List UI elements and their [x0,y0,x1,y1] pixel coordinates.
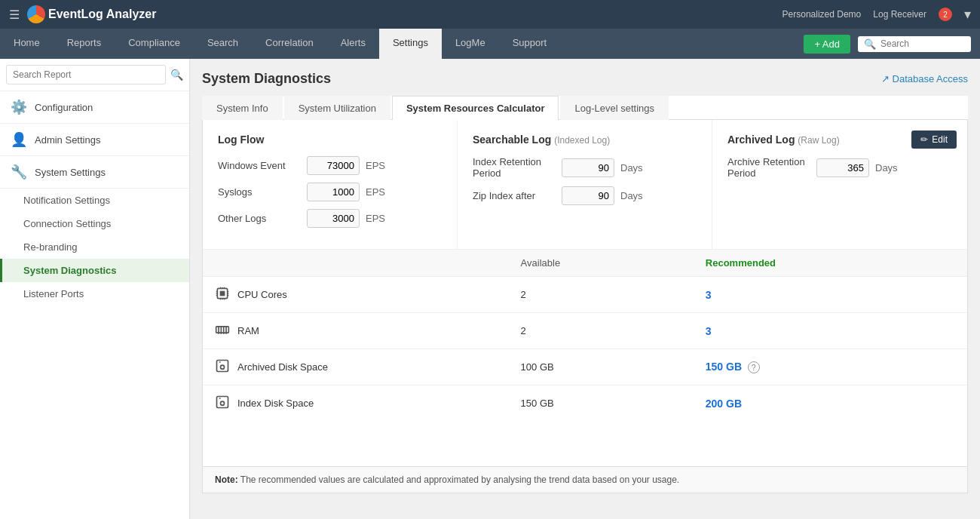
top-header: ☰ EventLog Analyzer Personalized Demo Lo… [0,0,980,29]
zip-index-row: Zip Index after Days [473,186,697,205]
sidebar-section-configuration-label: Configuration [35,102,93,113]
configuration-icon: ⚙️ [11,99,27,115]
resources-table: Available Recommended CPU Cores [203,250,967,421]
nav-tab-settings[interactable]: Settings [379,29,442,59]
archive-retention-input[interactable] [816,158,869,177]
searchable-log-title: Searchable Log (Indexed Log) [473,134,697,146]
sidebar-section-admin-settings[interactable]: 👤 Admin Settings [0,124,189,156]
personalized-demo-link[interactable]: Personalized Demo [782,9,862,20]
col-resource [203,250,509,277]
tab-system-resources-calculator[interactable]: System Resources Calculator [392,96,559,120]
archive-retention-unit: Days [875,162,898,174]
user-avatar[interactable]: ▾ [964,6,971,23]
table-row: Archived Disk Space 100 GB 150 GB ? [203,349,967,385]
table-row: Index Disk Space 150 GB 200 GB [203,385,967,422]
sidebar-item-system-diagnostics[interactable]: System Diagnostics [0,259,189,282]
nav-tab-search[interactable]: Search [194,29,252,59]
index-disk-available: 150 GB [509,385,694,422]
notification-badge[interactable]: 2 [939,8,952,21]
log-flow-section: Log Flow Windows Event EPS Syslogs EPS O… [203,120,458,249]
windows-event-unit: EPS [366,160,385,171]
svg-point-27 [221,401,225,405]
other-logs-unit: EPS [366,213,385,224]
archived-disk-cell: Archived Disk Space [203,349,509,385]
sidebar-item-connection-settings[interactable]: Connection Settings [0,212,189,235]
syslogs-input[interactable] [307,183,360,201]
index-retention-label: Index Retention Period [473,156,556,179]
log-flow-grid: Log Flow Windows Event EPS Syslogs EPS O… [203,120,967,250]
cpu-cores-name: CPU Cores [215,286,497,303]
zip-index-unit: Days [620,190,643,201]
archived-log-subtitle: (Raw Log) [798,135,839,146]
nav-tab-reports[interactable]: Reports [54,29,115,59]
syslogs-unit: EPS [366,186,385,198]
sidebar: 🔍 ⚙️ Configuration 👤 Admin Settings 🔧 Sy… [0,59,190,519]
sidebar-item-notification-settings[interactable]: Notification Settings [0,189,189,212]
windows-event-label: Windows Event [218,160,301,171]
nav-tab-correlation[interactable]: Correlation [252,29,327,59]
sidebar-section-configuration[interactable]: ⚙️ Configuration [0,91,189,124]
svg-rect-14 [216,327,229,333]
windows-event-input[interactable] [307,156,360,175]
hamburger-menu[interactable]: ☰ [9,8,20,22]
database-access-link[interactable]: ↗ Database Access [881,73,968,84]
archived-disk-label: Archived Disk Space [237,361,328,373]
sidebar-item-re-branding[interactable]: Re-branding [0,235,189,259]
search-icon: 🔍 [864,38,876,50]
archived-disk-name: Archived Disk Space [215,358,497,376]
archive-retention-label: Archive Retention Period [727,156,810,179]
sidebar-search-input[interactable] [6,65,166,84]
page-title: System Diagnostics [202,71,331,87]
cpu-cores-label: CPU Cores [237,289,287,300]
index-disk-cell: Index Disk Space [203,385,509,422]
ram-icon [215,322,230,339]
spacer [203,421,967,466]
svg-rect-1 [220,291,225,296]
tab-system-utilization[interactable]: System Utilization [284,96,390,120]
nav-search-input[interactable] [880,38,965,49]
ram-name: RAM [215,322,497,339]
log-receiver-link[interactable]: Log Receiver [873,9,926,20]
searchable-log-subtitle: (Indexed Log) [554,135,610,146]
sidebar-item-listener-ports[interactable]: Listener Ports [0,282,189,306]
sidebar-section-system-settings[interactable]: 🔧 System Settings [0,156,189,189]
nav-tab-logme[interactable]: LogMe [442,29,499,59]
note-text: The recommended values are calculated an… [240,474,679,485]
content-area: System Diagnostics ↗ Database Access Sys… [190,59,980,519]
ram-cell: RAM [203,313,509,349]
note-label: Note: [215,474,238,485]
svg-point-24 [221,365,225,369]
index-disk-name: Index Disk Space [215,395,497,412]
sidebar-search-box: 🔍 [0,59,189,91]
searchable-log-section: Searchable Log (Indexed Log) Index Reten… [458,120,712,249]
header-right: Personalized Demo Log Receiver 2 ▾ [782,6,971,23]
nav-tab-compliance[interactable]: Compliance [115,29,194,59]
tab-log-level-settings[interactable]: Log-Level settings [560,96,669,120]
tab-system-info[interactable]: System Info [202,96,283,120]
nav-tab-home[interactable]: Home [0,29,54,59]
nav-bar: Home Reports Compliance Search Correlati… [0,29,980,59]
other-logs-input[interactable] [307,209,360,228]
add-button[interactable]: + Add [804,35,850,54]
nav-search-box: 🔍 [858,36,971,52]
archive-retention-row: Archive Retention Period Days [727,156,952,179]
nav-tab-alerts[interactable]: Alerts [327,29,379,59]
ram-recommended: 3 [694,313,967,349]
edit-icon: ✏ [920,134,928,145]
edit-button[interactable]: ✏ Edit [911,131,957,149]
syslogs-row: Syslogs EPS [218,183,442,201]
zip-index-input[interactable] [562,186,614,205]
tab-bar: System Info System Utilization System Re… [202,96,968,120]
nav-tabs: Home Reports Compliance Search Correlati… [0,29,560,59]
help-icon[interactable]: ? [748,361,760,373]
cpu-cores-cell: CPU Cores [203,277,509,313]
index-disk-icon [215,395,230,412]
windows-event-row: Windows Event EPS [218,156,442,175]
nav-tab-support[interactable]: Support [499,29,561,59]
brand-name: EventLog Analyzer [48,8,156,21]
index-retention-input[interactable] [562,158,614,177]
index-retention-row: Index Retention Period Days [473,156,697,179]
index-disk-recommended: 200 GB [694,385,967,422]
index-retention-unit: Days [620,162,643,174]
log-flow-title: Log Flow [218,134,442,146]
